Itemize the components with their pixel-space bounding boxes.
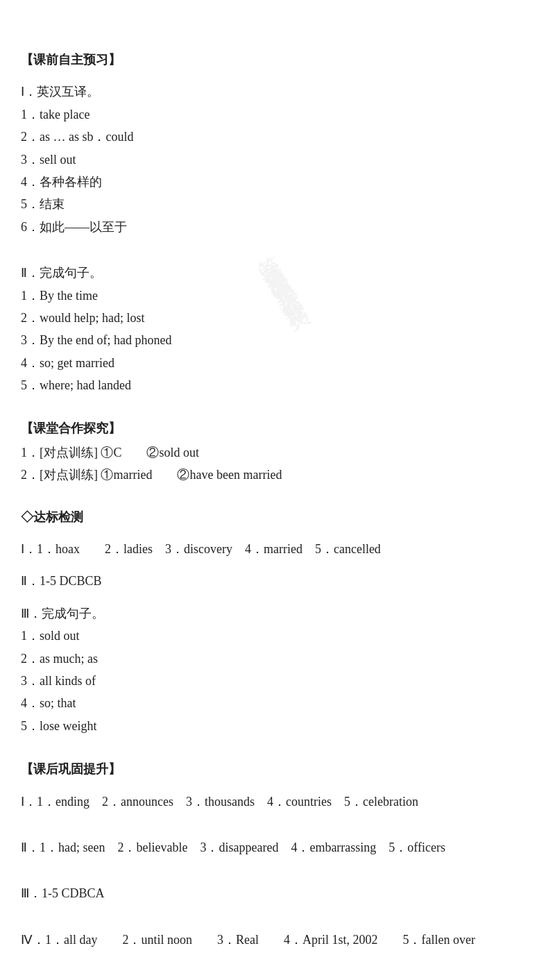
standard-test-part2-label: Ⅱ．	[21, 574, 40, 588]
post-class-part4: Ⅳ．1．all day 2．until noon 3．Real 4．April …	[21, 929, 534, 951]
standard-test-part2-items: 1-5 DCBCB	[40, 574, 102, 588]
pre-class-part1-label: Ⅰ．英汉互译。	[21, 81, 534, 103]
list-item: 5．结束	[21, 193, 534, 215]
standard-test-section: ◇达标检测 Ⅰ．1．hoax 2．ladies 3．discovery 4．ma…	[21, 506, 534, 738]
list-item: 4．so; that	[21, 692, 534, 714]
class-coop-section: 【课堂合作探究】 1．[对点训练] ①C ②sold out 2．[对点训练] …	[21, 417, 534, 486]
list-item: 4．各种各样的	[21, 171, 534, 193]
post-class-section: 【课后巩固提升】 Ⅰ．1．ending 2．announces 3．thousa…	[21, 758, 534, 951]
list-item: 6．如此——以至于	[21, 216, 534, 238]
standard-test-title: ◇达标检测	[21, 506, 534, 528]
list-item: 1．sold out	[21, 625, 534, 647]
post-class-part2-items: 1．had; seen 2．believable 3．disappeared 4…	[40, 840, 445, 854]
list-item: 3．By the end of; had phoned	[21, 329, 534, 351]
list-item: 5．lose weight	[21, 715, 534, 737]
pre-class-part1: Ⅰ．英汉互译。 1．take place 2．as … as sb．could …	[21, 81, 534, 238]
standard-test-part2-content: Ⅱ．1-5 DCBCB	[21, 570, 534, 592]
standard-test-part3: Ⅲ．完成句子。 1．sold out 2．as much; as 3．all k…	[21, 602, 534, 737]
list-item: 2．would help; had; lost	[21, 307, 534, 329]
post-class-part3-items: 1-5 CDBCA	[42, 886, 105, 900]
standard-test-part1-items: 1．hoax 2．ladies 3．discovery 4．married 5．…	[37, 542, 381, 556]
post-class-part4-items: 1．all day 2．until noon 3．Real 4．April 1s…	[45, 933, 475, 947]
standard-test-part1-content: Ⅰ．1．hoax 2．ladies 3．discovery 4．married …	[21, 538, 534, 560]
post-class-part3-content: Ⅲ．1-5 CDBCA	[21, 882, 534, 904]
pre-class-title: 【课前自主预习】	[21, 49, 534, 71]
list-item: 5．where; had landed	[21, 374, 534, 396]
list-item: 2．as … as sb．could	[21, 126, 534, 148]
post-class-part2: Ⅱ．1．had; seen 2．believable 3．disappeared…	[21, 836, 534, 859]
standard-test-part3-label: Ⅲ．完成句子。	[21, 602, 534, 625]
post-class-part3: Ⅲ．1-5 CDBCA	[21, 882, 534, 904]
list-item: 4．so; get married	[21, 352, 534, 374]
post-class-part2-label: Ⅱ．	[21, 840, 40, 854]
list-item: 2．as much; as	[21, 648, 534, 670]
class-coop-title: 【课堂合作探究】	[21, 417, 534, 439]
pre-class-part2-label: Ⅱ．完成句子。	[21, 262, 534, 284]
list-item: 2．[对点训练] ①married ②have been married	[21, 464, 534, 486]
standard-test-part2: Ⅱ．1-5 DCBCB	[21, 570, 534, 592]
list-item: 3．sell out	[21, 149, 534, 171]
post-class-part4-content: Ⅳ．1．all day 2．until noon 3．Real 4．April …	[21, 929, 534, 951]
post-class-part2-content: Ⅱ．1．had; seen 2．believable 3．disappeared…	[21, 836, 534, 859]
list-item: 1．By the time	[21, 285, 534, 307]
post-class-part3-label: Ⅲ．	[21, 886, 42, 900]
post-class-title: 【课后巩固提升】	[21, 758, 534, 780]
list-item: 3．all kinds of	[21, 670, 534, 692]
post-class-part1-items: 1．ending 2．announces 3．thousands 4．count…	[37, 795, 418, 809]
pre-class-section: 【课前自主预习】 Ⅰ．英汉互译。 1．take place 2．as … as …	[21, 49, 534, 396]
pre-class-part2: Ⅱ．完成句子。 1．By the time 2．would help; had;…	[21, 262, 534, 396]
post-class-part1-content: Ⅰ．1．ending 2．announces 3．thousands 4．cou…	[21, 791, 534, 813]
standard-test-part1: Ⅰ．1．hoax 2．ladies 3．discovery 4．married …	[21, 538, 534, 560]
post-class-part1-label: Ⅰ．	[21, 795, 37, 809]
standard-test-part1-label: Ⅰ．	[21, 542, 37, 556]
post-class-part1: Ⅰ．1．ending 2．announces 3．thousands 4．cou…	[21, 791, 534, 813]
post-class-part4-label: Ⅳ．	[21, 933, 45, 947]
list-item: 1．take place	[21, 103, 534, 126]
list-item: 1．[对点训练] ①C ②sold out	[21, 441, 534, 464]
